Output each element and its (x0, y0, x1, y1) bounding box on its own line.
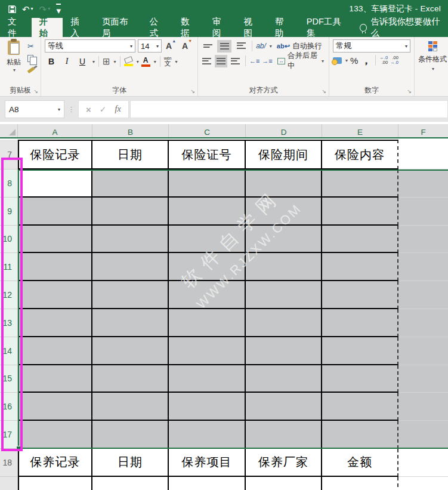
cell[interactable] (322, 281, 398, 309)
cell[interactable] (169, 198, 246, 226)
cell-b18[interactable]: 日期 (92, 449, 169, 477)
cell[interactable] (398, 170, 448, 198)
cell[interactable] (322, 365, 398, 393)
cell[interactable] (169, 393, 246, 421)
cell[interactable] (322, 170, 398, 198)
cell[interactable] (398, 253, 448, 281)
row-header-9[interactable]: 9 (0, 198, 18, 226)
cell-f7[interactable] (398, 140, 448, 170)
cell-c18[interactable]: 保养项目 (169, 449, 246, 477)
cell-e7[interactable]: 保险内容 (322, 140, 398, 170)
insert-function-icon[interactable]: fx (115, 104, 121, 114)
row-header-14[interactable]: 14 (0, 337, 18, 365)
cell[interactable] (169, 365, 246, 393)
decrease-font-button[interactable]: A▼ (182, 41, 192, 51)
borders-button[interactable]: ⊞ (103, 56, 110, 67)
decrease-decimal-button[interactable]: .00→.0 (390, 56, 398, 66)
cell[interactable] (92, 421, 169, 449)
cell-c7[interactable]: 保险证号 (169, 140, 246, 170)
cell[interactable] (18, 198, 92, 226)
cell[interactable] (169, 477, 246, 490)
cell[interactable] (398, 337, 448, 365)
tab-data[interactable]: 数据 (173, 18, 205, 37)
bold-button[interactable]: B (45, 56, 58, 67)
phonetic-guide-button[interactable]: wén文 (164, 56, 172, 67)
cell[interactable] (92, 226, 169, 254)
select-all-button[interactable] (0, 124, 18, 137)
conditional-formatting-icon[interactable] (428, 41, 437, 51)
customize-qat-icon[interactable]: ▾ (56, 4, 61, 15)
row-header-13[interactable]: 13 (0, 309, 18, 337)
cell[interactable] (322, 309, 398, 337)
font-dialog-launcher[interactable]: ↘ (191, 88, 196, 94)
cell[interactable] (169, 309, 246, 337)
column-header-c[interactable]: C (169, 124, 246, 137)
cell[interactable] (398, 281, 448, 309)
paste-button[interactable]: 粘贴 ▾ (1, 39, 26, 73)
cell[interactable] (246, 253, 322, 281)
cell[interactable] (92, 365, 169, 393)
row-header-19[interactable] (0, 477, 18, 490)
redo-button[interactable]: ↷▾ (39, 5, 51, 14)
cell-f18[interactable] (398, 449, 448, 477)
cell[interactable] (398, 309, 448, 337)
cell[interactable] (398, 198, 448, 226)
enter-icon[interactable]: ✓ (100, 104, 107, 114)
cell[interactable] (169, 170, 246, 198)
tab-view[interactable]: 视图 (236, 18, 267, 37)
name-box[interactable]: A8▾ (5, 100, 64, 118)
increase-decimal-button[interactable]: ←.0.00 (379, 56, 388, 66)
percent-style-button[interactable]: % (350, 56, 358, 66)
merge-center-button[interactable]: ↔合并后居中▾ (275, 54, 326, 67)
cell[interactable] (18, 393, 92, 421)
cell[interactable] (92, 309, 169, 337)
tell-me-box[interactable]: 告诉我你想要做什么 (354, 18, 448, 37)
cell[interactable] (246, 337, 322, 365)
cell[interactable] (398, 421, 448, 449)
cell-a18[interactable]: 保养记录 (18, 449, 92, 477)
cell[interactable] (246, 365, 322, 393)
row-header-7[interactable]: 7 (0, 140, 18, 170)
orientation-button[interactable]: ab/ (256, 42, 266, 50)
cell[interactable] (322, 226, 398, 254)
comma-style-button[interactable]: ， (360, 58, 372, 63)
cell-e18[interactable]: 金额 (322, 449, 398, 477)
cell[interactable] (18, 365, 92, 393)
column-header-e[interactable]: E (322, 124, 398, 137)
row-header-10[interactable]: 10 (0, 226, 18, 254)
font-color-button[interactable]: A (141, 55, 150, 68)
cell-a8-active[interactable] (18, 170, 92, 198)
cell[interactable] (398, 477, 448, 490)
cell[interactable] (246, 421, 322, 449)
bottom-align-button[interactable] (234, 40, 248, 53)
cell[interactable] (18, 253, 92, 281)
align-center-button[interactable] (215, 55, 227, 67)
tab-help[interactable]: 帮助 (267, 18, 299, 37)
conditional-formatting-button[interactable]: 条件格式 (418, 54, 447, 64)
formula-bar-splitter[interactable]: ⋮ (68, 106, 75, 113)
cell[interactable] (322, 421, 398, 449)
column-header-d[interactable]: D (246, 124, 322, 137)
cell[interactable] (246, 309, 322, 337)
formula-input[interactable] (130, 100, 448, 118)
cell[interactable] (398, 393, 448, 421)
cell[interactable] (169, 253, 246, 281)
undo-button[interactable]: ↶▾ (22, 5, 33, 14)
cell-d7[interactable]: 保险期间 (246, 140, 322, 170)
increase-indent-button[interactable]: →≡ (262, 57, 272, 64)
row-header-12[interactable]: 12 (0, 281, 18, 309)
alignment-dialog-launcher[interactable]: ↘ (322, 88, 326, 94)
cell[interactable] (398, 365, 448, 393)
cell[interactable] (246, 198, 322, 226)
tab-home[interactable]: 开始 (32, 18, 63, 37)
cell[interactable] (246, 393, 322, 421)
format-painter-button[interactable] (27, 65, 37, 75)
cell[interactable] (18, 477, 92, 490)
cell[interactable] (92, 253, 169, 281)
cell[interactable] (322, 198, 398, 226)
cell[interactable] (18, 337, 92, 365)
column-header-f[interactable]: F (398, 124, 448, 137)
fill-color-button[interactable] (124, 55, 133, 68)
cell[interactable] (18, 421, 92, 449)
middle-align-button[interactable] (217, 40, 231, 53)
